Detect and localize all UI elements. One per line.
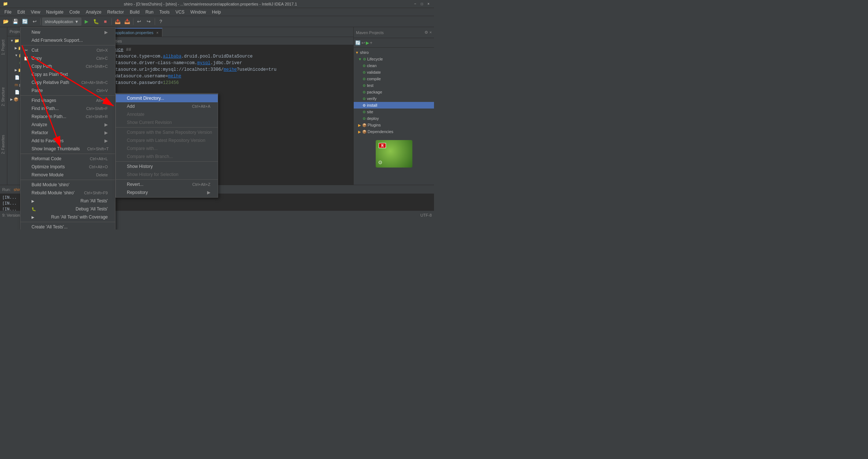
code-line-6: 6 spring.datasource.password=123456 bbox=[81, 80, 353, 86]
maven-verify[interactable]: ⚙ verify bbox=[354, 95, 434, 102]
toolbar-btn-4[interactable]: ↩ bbox=[30, 17, 39, 26]
minimize-button[interactable]: − bbox=[413, 1, 418, 7]
toolbar-btn-3[interactable]: 🔄 bbox=[21, 17, 29, 26]
ctx-cut[interactable]: ✂ Cut Ctrl+X bbox=[21, 46, 115, 54]
ctx-find-usages[interactable]: Find Usages Alt+F7 bbox=[21, 96, 115, 104]
maven-settings-icon[interactable]: ⚙ bbox=[424, 30, 428, 35]
menu-code[interactable]: Code bbox=[66, 9, 83, 15]
ctx-create-all-tests[interactable]: Create 'All Tests'... bbox=[21, 223, 115, 230]
maven-deploy[interactable]: ⚙ deploy bbox=[354, 115, 434, 122]
code-line-1: 1 ## datasouce ## bbox=[81, 47, 353, 53]
toolbar-vcs2[interactable]: 📥 bbox=[123, 17, 132, 26]
maven-plugins[interactable]: ▶ 📦 Plugins bbox=[354, 122, 434, 128]
toolbar-help[interactable]: ? bbox=[157, 17, 165, 26]
ctx-find-in-path[interactable]: Find in Path... Ctrl+Shift+F bbox=[21, 104, 115, 113]
code-line-4: 4 spring.datasource.url=jdbc:mysql://loc… bbox=[81, 66, 353, 73]
ctx-show-image-thumbnails[interactable]: Show Image Thumbnails Ctrl+Shift+T bbox=[21, 145, 115, 153]
maven-close-icon[interactable]: × bbox=[430, 30, 432, 35]
maven-package[interactable]: ⚙ package bbox=[354, 89, 434, 95]
maven-run-icon[interactable]: ▶ bbox=[366, 40, 369, 45]
ctx-replace-in-path[interactable]: Replace in Path... Ctrl+Shift+R bbox=[21, 113, 115, 121]
tab-close-properties[interactable]: × bbox=[157, 31, 159, 35]
ctx-git-repository[interactable]: Repository ▶ bbox=[116, 188, 218, 197]
ctx-sep-5 bbox=[21, 222, 115, 222]
ctx-run-all-tests[interactable]: ▶ Run 'All Tests' bbox=[21, 197, 115, 205]
maven-dependencies[interactable]: ▶ 📦 Dependencies bbox=[354, 128, 434, 135]
ctx-copy-relative-path[interactable]: Copy Relative Path Ctrl+Alt+Shift+C bbox=[21, 78, 115, 87]
ctx-rebuild-module[interactable]: Rebuild Module 'shiro' Ctrl+Shift+F9 bbox=[21, 189, 115, 197]
ctx-git-compare-same-repo: Compare with the Same Repository Version bbox=[116, 128, 218, 136]
menu-edit[interactable]: Edit bbox=[14, 9, 28, 15]
title-bar: 📁 shiro - [D:\test2\shiro] - [shiro] - .… bbox=[0, 0, 434, 8]
ctx-debug-all-tests[interactable]: 🐛 Debug 'All Tests' bbox=[21, 205, 115, 213]
ctx-add-to-favorites[interactable]: Add to Favorites ▶ bbox=[21, 137, 115, 145]
ctx-build-module[interactable]: Build Module 'shiro' bbox=[21, 181, 115, 189]
run-config-dropdown[interactable]: shiroApplication▼ bbox=[42, 18, 81, 26]
title-bar-title: shiro - [D:\test2\shiro] - [shiro] - ...… bbox=[8, 2, 413, 6]
maven-install[interactable]: ⚙ install bbox=[354, 102, 434, 109]
ctx-git-show-history-selection: Show History for Selection bbox=[116, 170, 218, 179]
maven-refresh-icon[interactable]: 🔄 bbox=[355, 40, 361, 45]
thumbnail-gear-icon: ⚙ bbox=[378, 159, 383, 165]
close-button[interactable]: × bbox=[426, 1, 431, 7]
toolbar-redo[interactable]: ↪ bbox=[144, 17, 153, 26]
ctx-git-show-history[interactable]: Show History bbox=[116, 162, 218, 170]
ctx-git-revert[interactable]: Revert... Ctrl+Alt+Z bbox=[116, 180, 218, 188]
menu-build[interactable]: Build bbox=[127, 9, 143, 15]
ctx-add-framework[interactable]: Add Framework Support... bbox=[21, 36, 115, 44]
toolbar-btn-1[interactable]: 📂 bbox=[1, 17, 10, 26]
ctx-analyze[interactable]: Analyze ▶ bbox=[21, 121, 115, 129]
maven-root-shiro[interactable]: ▼ shiro bbox=[354, 49, 434, 56]
maven-test[interactable]: ⚙ test bbox=[354, 82, 434, 89]
maven-clean[interactable]: ⚙ clean bbox=[354, 62, 434, 69]
menu-view[interactable]: View bbox=[28, 9, 43, 15]
maven-reimport-icon[interactable]: ↩ bbox=[361, 40, 365, 45]
maven-plus-icon[interactable]: + bbox=[370, 40, 372, 45]
stop-button[interactable]: ■ bbox=[101, 17, 110, 26]
vertical-tab-project[interactable]: 1: Project bbox=[0, 38, 6, 56]
status-encoding[interactable]: UTF-8 bbox=[420, 213, 432, 217]
maven-lifecycle[interactable]: ▼ ⚙ Lifecycle bbox=[354, 56, 434, 62]
menu-run[interactable]: Run bbox=[143, 9, 157, 15]
vertical-tab-favorites[interactable]: 2: Favorites bbox=[0, 133, 6, 155]
menu-refactor[interactable]: Refactor bbox=[104, 9, 127, 15]
ctx-run-all-tests-coverage[interactable]: ▶ Run 'All Tests' with Coverage bbox=[21, 213, 115, 221]
menu-help[interactable]: Help bbox=[209, 9, 224, 15]
ctx-git-add[interactable]: Add Ctrl+Alt+A bbox=[116, 102, 218, 110]
menu-file[interactable]: File bbox=[1, 9, 14, 15]
maven-title: Maven Projects bbox=[356, 30, 384, 35]
maven-validate[interactable]: ⚙ validate bbox=[354, 69, 434, 76]
ctx-optimize-imports[interactable]: Optimize Imports Ctrl+Alt+O bbox=[21, 163, 115, 171]
menu-analyze[interactable]: Analyze bbox=[83, 9, 104, 15]
vertical-tab-structure[interactable]: 2: Structure bbox=[0, 86, 6, 108]
ctx-paste[interactable]: Paste Ctrl+V bbox=[21, 87, 115, 95]
run-button[interactable]: ▶ bbox=[82, 17, 91, 26]
menu-navigate[interactable]: Navigate bbox=[43, 9, 66, 15]
toolbar-vcs1[interactable]: 📤 bbox=[113, 17, 122, 26]
git-submenu: Commit Directory... Add Ctrl+Alt+A Annot… bbox=[115, 93, 218, 198]
ctx-reformat[interactable]: Reformat Code Ctrl+Alt+L bbox=[21, 155, 115, 163]
thumbnail-flag: 英 bbox=[379, 143, 386, 148]
ctx-sep-3 bbox=[21, 154, 115, 154]
ctx-copy-path[interactable]: Copy Path Ctrl+Shift+C bbox=[21, 62, 115, 70]
menu-vcs[interactable]: VCS bbox=[173, 9, 188, 15]
ctx-git-annotate: Annotate bbox=[116, 110, 218, 118]
toolbar-btn-2[interactable]: 💾 bbox=[11, 17, 20, 26]
menu-tools[interactable]: Tools bbox=[157, 9, 173, 15]
ctx-new[interactable]: New ▶ bbox=[21, 28, 115, 36]
maven-site[interactable]: ⚙ site bbox=[354, 109, 434, 115]
code-line-3: 3 spring.datasource.driver-class-name=co… bbox=[81, 60, 353, 66]
maven-tree: ▼ shiro ▼ ⚙ Lifecycle ⚙ clean ⚙ validate… bbox=[354, 48, 434, 136]
maven-compile[interactable]: ⚙ compile bbox=[354, 76, 434, 82]
toolbar-undo[interactable]: ↩ bbox=[135, 17, 144, 26]
ctx-copy[interactable]: 📋 Copy Ctrl+C bbox=[21, 54, 115, 62]
ctx-remove-module[interactable]: Remove Module Delete bbox=[21, 171, 115, 179]
debug-button[interactable]: 🐛 bbox=[92, 17, 100, 26]
maximize-button[interactable]: □ bbox=[419, 1, 424, 7]
maven-panel: Maven Projects ⚙ × 🔄 ↩ ▶ + ▼ shiro ▼ ⚙ L… bbox=[353, 27, 434, 185]
ctx-copy-plain-text[interactable]: Copy as Plain Text bbox=[21, 70, 115, 78]
ctx-git-show-current-revision: Show Current Revision bbox=[116, 118, 218, 126]
menu-window[interactable]: Window bbox=[187, 9, 209, 15]
ctx-commit-directory[interactable]: Commit Directory... bbox=[116, 94, 218, 102]
ctx-refactor[interactable]: Refactor ▶ bbox=[21, 129, 115, 137]
